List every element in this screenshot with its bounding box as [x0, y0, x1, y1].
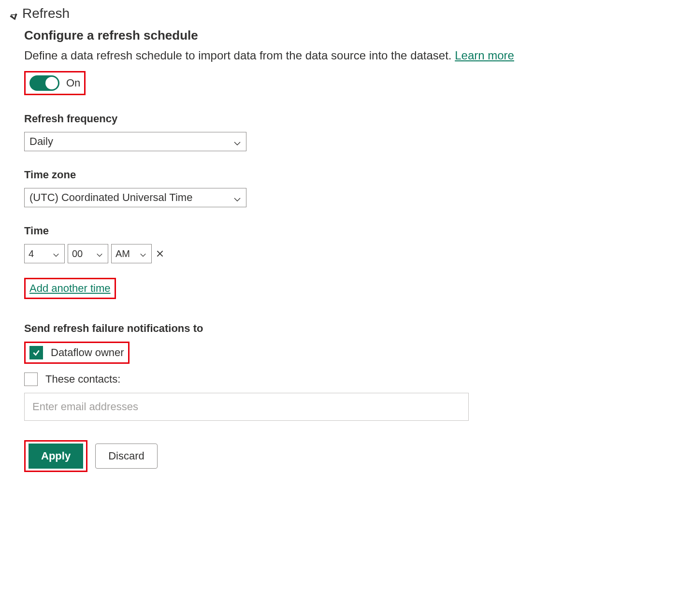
dataflow-owner-label: Dataflow owner [51, 346, 124, 359]
apply-highlight: Apply [24, 440, 87, 472]
toggle-knob [45, 77, 58, 89]
time-ampm-select[interactable]: AM [111, 244, 152, 263]
time-label: Time [24, 225, 541, 237]
contacts-row: These contacts: [24, 372, 541, 386]
time-hour-select[interactable]: 4 [24, 244, 65, 263]
section-title: Refresh [22, 6, 70, 21]
description-text: Define a data refresh schedule to import… [24, 49, 452, 62]
chevron-down-icon [53, 250, 60, 258]
remove-time-button[interactable] [155, 248, 165, 259]
page-description: Define a data refresh schedule to import… [24, 49, 541, 62]
frequency-select[interactable]: Daily [24, 132, 246, 151]
schedule-toggle[interactable] [29, 75, 59, 91]
timezone-value: (UTC) Coordinated Universal Time [29, 191, 192, 204]
chevron-down-icon [233, 194, 241, 201]
time-ampm-value: AM [115, 248, 130, 259]
learn-more-link[interactable]: Learn more [455, 49, 514, 62]
discard-button[interactable]: Discard [95, 444, 158, 469]
email-addresses-input[interactable] [24, 393, 469, 421]
page-subtitle: Configure a refresh schedule [24, 28, 541, 43]
toggle-highlight: On [24, 71, 86, 95]
time-minute-select[interactable]: 00 [68, 244, 108, 263]
frequency-value: Daily [29, 135, 53, 148]
time-minute-value: 00 [72, 248, 83, 259]
chevron-down-icon [233, 138, 241, 145]
chevron-down-icon [96, 250, 104, 258]
notify-label: Send refresh failure notifications to [24, 322, 541, 335]
chevron-down-icon [140, 250, 147, 258]
add-time-highlight: Add another time [24, 278, 116, 299]
timezone-label: Time zone [24, 169, 541, 181]
dataflow-owner-checkbox[interactable] [29, 346, 43, 359]
time-hour-value: 4 [29, 248, 34, 259]
expand-icon [10, 9, 18, 18]
apply-button[interactable]: Apply [29, 444, 83, 469]
time-row: 4 00 AM [24, 244, 541, 263]
timezone-select[interactable]: (UTC) Coordinated Universal Time [24, 188, 246, 207]
section-header[interactable]: Refresh [10, 6, 668, 21]
owner-highlight: Dataflow owner [24, 342, 130, 364]
add-another-time-link[interactable]: Add another time [29, 282, 111, 294]
these-contacts-checkbox[interactable] [24, 372, 38, 386]
toggle-state-label: On [66, 77, 80, 89]
these-contacts-label: These contacts: [45, 373, 120, 386]
frequency-label: Refresh frequency [24, 113, 541, 125]
